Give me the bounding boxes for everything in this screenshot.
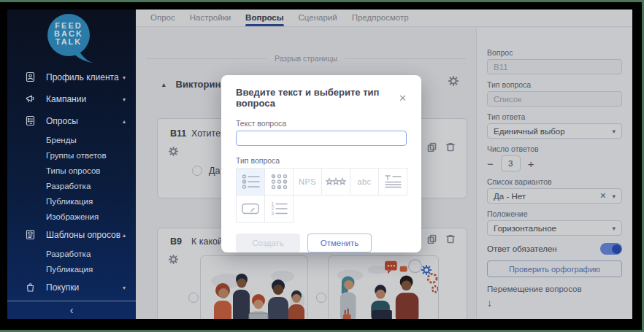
sidebar-item-survey-templates[interactable]: Шаблоны опросов ▴ [7, 224, 136, 246]
sidebar-subitem-label: Типы опросов [46, 166, 100, 175]
chevron-up-icon: ▴ [123, 232, 126, 239]
sidebar-item-images[interactable]: Изображения [7, 209, 136, 224]
sidebar-item-brands[interactable]: Бренды [7, 132, 136, 147]
question-type-grid: NPS abc [236, 168, 408, 223]
nps-icon: NPS [299, 177, 316, 186]
text-block-icon [383, 174, 403, 190]
modal-header: Введите текст и выберите тип вопроса ✕ [236, 87, 407, 109]
sidebar-subitem-label: Разработка [46, 250, 91, 258]
surveys-icon [25, 115, 37, 127]
type-abc-text[interactable]: abc [350, 169, 379, 196]
type-single-choice-list[interactable] [237, 169, 265, 196]
sidebar-item-survey-types[interactable]: Типы опросов [7, 163, 136, 178]
chevron-down-icon: ▾ [123, 96, 126, 103]
sidebar-item-campaigns[interactable]: Кампании ▾ [7, 88, 136, 110]
cancel-button[interactable]: Отменить [307, 233, 372, 252]
sidebar-subitem-label: Бренды [46, 136, 77, 144]
megaphone-icon [25, 93, 37, 105]
purchases-icon [25, 282, 37, 293]
sidebar-item-development[interactable]: Разработка [7, 178, 136, 193]
abc-icon: abc [357, 177, 371, 186]
sidebar-subitem-label: Публикация [46, 197, 93, 206]
sidebar-subitem-label: Изображения [46, 212, 99, 221]
type-nps[interactable]: NPS [294, 169, 322, 196]
sidebar-item-label: Покупки [46, 282, 123, 293]
star-rating-icon [326, 177, 346, 187]
sidebar-item-publication[interactable]: Публикация [7, 193, 136, 209]
create-button[interactable]: Создать [236, 233, 300, 252]
type-choice-matrix[interactable] [265, 169, 294, 196]
field-label: Тип вопроса [236, 156, 407, 165]
chevron-down-icon: ▾ [123, 285, 126, 291]
content-area: Опрос Настройки Вопросы Сценарий Предпро… [136, 9, 632, 319]
modal-buttons: Создать Отменить [236, 233, 407, 252]
field-label: Текст вопроса [236, 119, 407, 128]
sidebar-item-label: Кампании [46, 94, 123, 104]
sidebar-subitem-label: Разработка [46, 182, 91, 190]
sidebar-item-templates-publication[interactable]: Публикация [7, 261, 136, 277]
choice-matrix-icon [270, 174, 288, 190]
input-field-icon [241, 201, 260, 217]
logo-speech-bubble: FEED BACK TALK [45, 12, 96, 66]
sidebar-item-templates-development[interactable]: Разработка [7, 246, 136, 261]
sidebar-item-label: Опросы [46, 116, 123, 126]
type-input-field[interactable] [237, 196, 265, 223]
type-star-rating[interactable] [322, 169, 350, 196]
app-window: FEED BACK TALK Профиль клиента ▾ Кампани… [7, 9, 632, 319]
chevron-left-icon: ‹ [70, 304, 74, 316]
logo-line: TALK [45, 38, 92, 46]
sidebar-collapse-button[interactable]: ‹ [7, 301, 136, 319]
close-icon[interactable]: ✕ [399, 93, 407, 104]
sidebar-item-label: Шаблоны опросов [46, 230, 123, 240]
sidebar-item-surveys[interactable]: Опросы ▴ [7, 110, 136, 132]
profile-icon [25, 72, 37, 83]
sidebar-subitem-label: Группы ответов [46, 151, 107, 160]
logo-text: FEED BACK TALK [45, 22, 92, 46]
sidebar-item-answer-groups[interactable]: Группы ответов [7, 147, 136, 163]
svg-text:3: 3 [272, 211, 275, 216]
sidebar-subitem-label: Публикация [46, 265, 93, 274]
chevron-up-icon: ▴ [123, 118, 126, 125]
sidebar-item-label: Профиль клиента [46, 72, 123, 82]
single-choice-list-icon [241, 174, 261, 190]
sidebar-item-purchases[interactable]: Покупки ▾ [7, 277, 136, 298]
templates-icon [25, 229, 37, 241]
type-ranking-list[interactable]: 1 2 3 [265, 196, 294, 223]
frame-edge-top [0, 0, 644, 2]
ranking-list-icon: 1 2 3 [269, 201, 288, 217]
chevron-down-icon: ▾ [123, 74, 126, 81]
sidebar: FEED BACK TALK Профиль клиента ▾ Кампани… [7, 9, 136, 319]
new-question-modal: Введите текст и выберите тип вопроса ✕ Т… [221, 75, 421, 252]
question-text-input[interactable] [236, 131, 407, 146]
logo: FEED BACK TALK [7, 9, 136, 66]
modal-title: Введите текст и выберите тип вопроса [236, 87, 399, 109]
type-text-block[interactable] [379, 169, 407, 196]
sidebar-item-client-profile[interactable]: Профиль клиента ▾ [7, 66, 136, 88]
